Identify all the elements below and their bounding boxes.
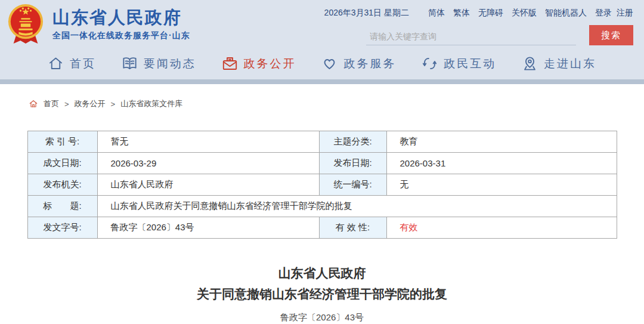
nav-label: 首页: [70, 56, 96, 72]
meta-label-issuing-agency: 发布机关:: [27, 174, 97, 196]
link-register[interactable]: 注册: [617, 8, 633, 18]
nav-label: 政务服务: [343, 56, 396, 72]
meta-value-category: 教育: [386, 131, 617, 153]
breadcrumb-separator: >: [111, 100, 116, 109]
interaction-icon: [422, 55, 438, 72]
home-icon: [29, 99, 38, 109]
document-title-line2: 关于同意撤销山东省经济管理干部学院的批复: [0, 283, 644, 304]
meta-label-doc-number: 发文字号:: [27, 217, 97, 239]
breadcrumb-policy-library[interactable]: 山东省政策文件库: [120, 98, 182, 109]
table-row: 标 题: 山东省人民政府关于同意撤销山东省经济管理干部学院的批复: [27, 196, 617, 217]
current-date: 2026年3月31日 星期二: [324, 8, 409, 18]
document-title-line1: 山东省人民政府: [0, 263, 644, 283]
meta-label-written-date: 成文日期:: [27, 153, 97, 174]
breadcrumb-separator: >: [64, 100, 69, 109]
site-header: 山东省人民政府 全国一体化在线政务服务平台·山东 2026年3月31日 星期二 …: [0, 0, 644, 79]
search-button[interactable]: 搜索: [589, 25, 633, 45]
breadcrumb-gov-info[interactable]: 政务公开: [75, 98, 106, 109]
meta-label-index: 索 引 号:: [27, 131, 97, 153]
link-simplified[interactable]: 简体: [428, 8, 445, 18]
link-care-version[interactable]: 关怀版: [512, 8, 537, 18]
topbar: 2026年3月31日 星期二 简体 繁体 无障碍 关怀版 智能机器人 登录 注册: [324, 8, 633, 18]
heart-icon: [321, 55, 338, 72]
site-subtitle: 全国一体化在线政务服务平台·山东: [52, 30, 190, 41]
envelope-icon: [222, 55, 238, 72]
logo-text: 山东省人民政府 全国一体化在线政务服务平台·山东: [52, 7, 190, 41]
nav-item-gov-info[interactable]: 政务公开: [222, 55, 296, 72]
meta-label-title: 标 题:: [27, 196, 97, 217]
meta-value-publish-date: 2026-03-31: [386, 153, 617, 174]
table-row: 发文字号: 鲁政字〔2026〕43号 有 效 性: 有效: [27, 217, 617, 239]
link-smart-robot[interactable]: 智能机器人: [545, 8, 587, 18]
meta-value-issuing-agency: 山东省人民政府: [97, 174, 319, 196]
nav-item-home[interactable]: 首页: [48, 55, 96, 72]
home-icon: [48, 55, 64, 72]
meta-label-publish-date: 发布日期:: [319, 153, 386, 174]
nav-label: 政务公开: [244, 56, 296, 72]
nav-label: 要闻动态: [144, 56, 196, 72]
table-row: 索 引 号: 暂无 主题分类: 教育: [27, 131, 617, 153]
meta-label-validity: 有 效 性:: [319, 217, 386, 239]
meta-value-title: 山东省人民政府关于同意撤销山东省经济管理干部学院的批复: [97, 196, 617, 217]
breadcrumb-home[interactable]: 首页: [44, 98, 59, 109]
nav-label: 走进山东: [544, 56, 596, 72]
table-row: 成文日期: 2026-03-29 发布日期: 2026-03-31: [27, 153, 617, 174]
nav-item-about[interactable]: 走进山东: [522, 55, 596, 72]
nav-label: 政民互动: [444, 56, 496, 72]
meta-label-unified-number: 统一编号:: [319, 174, 386, 196]
nav-item-services[interactable]: 政务服务: [321, 55, 396, 72]
main-nav: 首页 要闻动态 政务公开 政务服务: [0, 48, 644, 79]
national-emblem-icon: [7, 3, 44, 45]
search-bar: 搜索: [366, 25, 633, 45]
document-header: 山东省人民政府 关于同意撤销山东省经济管理干部学院的批复 鲁政字〔2026〕43…: [0, 263, 644, 323]
document-meta-table: 索 引 号: 暂无 主题分类: 教育 成文日期: 2026-03-29 发布日期…: [27, 131, 617, 239]
document-number: 鲁政字〔2026〕43号: [0, 312, 644, 323]
header-divider: [0, 79, 644, 84]
page-content: 首页 > 政务公开 > 山东省政策文件库 索 引 号: 暂无 主题分类: 教育 …: [0, 84, 644, 323]
link-traditional[interactable]: 繁体: [453, 8, 470, 18]
link-login[interactable]: 登录: [595, 8, 612, 18]
meta-value-unified-number: 无: [386, 174, 617, 196]
meta-label-category: 主题分类:: [319, 131, 386, 153]
site-title: 山东省人民政府: [52, 7, 190, 27]
meta-value-written-date: 2026-03-29: [97, 153, 319, 174]
link-accessibility[interactable]: 无障碍: [478, 8, 503, 18]
map-pin-icon: [522, 55, 538, 72]
search-input[interactable]: [366, 27, 576, 45]
meta-value-index: 暂无: [97, 131, 319, 153]
table-row: 发布机关: 山东省人民政府 统一编号: 无: [27, 174, 617, 196]
breadcrumb: 首页 > 政务公开 > 山东省政策文件库: [29, 98, 644, 109]
book-icon: [122, 55, 138, 72]
nav-item-news[interactable]: 要闻动态: [122, 55, 196, 72]
site-logo[interactable]: 山东省人民政府 全国一体化在线政务服务平台·山东: [7, 3, 190, 45]
meta-value-doc-number: 鲁政字〔2026〕43号: [97, 217, 319, 239]
nav-item-interaction[interactable]: 政民互动: [422, 55, 496, 72]
meta-value-validity: 有效: [386, 217, 617, 239]
